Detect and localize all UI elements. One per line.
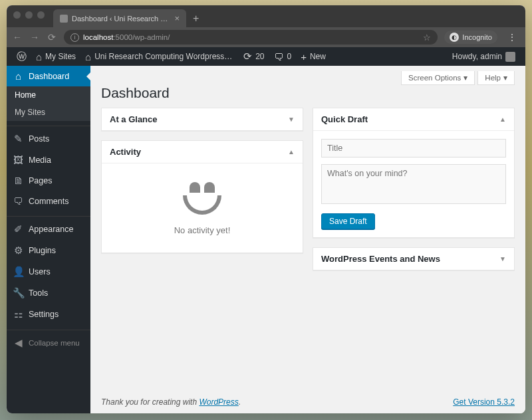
avatar-icon xyxy=(505,52,515,62)
adminbar-updates[interactable]: ⟳20 xyxy=(239,47,269,66)
menu-settings[interactable]: ⚏Settings xyxy=(7,304,90,325)
menu-label: Comments xyxy=(29,197,68,206)
url-host: localhost:5000/wp-admin/ xyxy=(83,33,170,41)
back-button[interactable]: ← xyxy=(12,32,23,43)
adminbar-my-sites[interactable]: ⌂My Sites xyxy=(31,47,80,66)
menu-plugins[interactable]: ⚙Plugins xyxy=(7,240,90,261)
tools-icon: 🔧 xyxy=(13,287,24,299)
adminbar-comments[interactable]: 🗨0 xyxy=(269,47,297,66)
widget-quick-draft: Quick Draft ▲ Save Draft xyxy=(313,108,515,238)
menu-comments[interactable]: 🗨Comments xyxy=(7,191,90,211)
submenu-my-sites[interactable]: My Sites xyxy=(7,104,90,121)
traffic-maximize[interactable] xyxy=(37,11,45,19)
close-icon[interactable]: × xyxy=(174,13,180,23)
browser-chrome: Dashboard ‹ Uni Research Comp × + ← → ⟳ … xyxy=(7,5,525,47)
widget-title: Activity xyxy=(110,147,141,157)
menu-tools[interactable]: 🔧Tools xyxy=(7,282,90,304)
draft-title-input[interactable] xyxy=(321,139,506,158)
screen-options-button[interactable]: Screen Options▾ xyxy=(401,71,475,85)
wordpress-icon: ⓦ xyxy=(17,51,27,63)
content-header: Screen Options▾ Help▾ xyxy=(90,66,525,85)
bookmark-icon[interactable]: ☆ xyxy=(423,33,431,43)
menu-label: Appearance xyxy=(29,225,73,234)
widget-column-left: At a Glance ▼ Activity ▲ xyxy=(101,108,303,253)
widget-header[interactable]: Activity ▲ xyxy=(102,141,303,163)
menu-separator xyxy=(7,327,90,330)
menu-label: Pages xyxy=(29,176,52,185)
adminbar-site-name[interactable]: ⌂Uni Research Computing Wordpress Multis… xyxy=(80,47,239,66)
traffic-lights xyxy=(13,11,45,19)
menu-users[interactable]: 👤Users xyxy=(7,261,90,282)
brush-icon: ✐ xyxy=(13,223,24,235)
browser-window: Dashboard ‹ Uni Research Comp × + ← → ⟳ … xyxy=(7,5,525,413)
menu-appearance[interactable]: ✐Appearance xyxy=(7,219,90,240)
comment-icon: 🗨 xyxy=(13,195,24,207)
widget-header[interactable]: At a Glance ▼ xyxy=(102,108,303,130)
menu-posts[interactable]: ✎Posts xyxy=(7,128,90,150)
widget-at-a-glance: At a Glance ▼ xyxy=(101,108,303,131)
adminbar-my-sites-label: My Sites xyxy=(45,52,76,61)
settings-icon: ⚏ xyxy=(13,308,24,320)
incognito-badge: ◐ Incognito xyxy=(444,31,497,44)
draft-content-textarea[interactable] xyxy=(321,164,506,204)
chevron-down-icon: ▼ xyxy=(288,116,295,123)
home-icon: ⌂ xyxy=(36,51,42,62)
menu-separator xyxy=(7,213,90,217)
wp-sidebar: ⌂Dashboard Home My Sites ✎Posts 🖾Media 🗎… xyxy=(7,66,90,413)
incognito-icon: ◐ xyxy=(450,33,459,42)
submenu-dashboard: Home My Sites xyxy=(7,86,90,121)
get-version-link[interactable]: Get Version 5.3.2 xyxy=(453,397,515,407)
menu-pages[interactable]: 🗎Pages xyxy=(7,170,90,191)
widget-header[interactable]: Quick Draft ▲ xyxy=(313,108,514,131)
chevron-down-icon: ▼ xyxy=(499,255,506,262)
wp-logo-menu[interactable]: ⓦ xyxy=(12,47,31,66)
chevron-down-icon: ▾ xyxy=(464,73,467,82)
wp-container: ⓦ ⌂My Sites ⌂Uni Research Computing Word… xyxy=(7,47,525,413)
reload-button[interactable]: ⟳ xyxy=(47,32,57,43)
addressbar-row: ← → ⟳ i localhost:5000/wp-admin/ ☆ ◐ Inc… xyxy=(7,27,525,47)
media-icon: 🖾 xyxy=(13,154,24,165)
browser-tab[interactable]: Dashboard ‹ Uni Research Comp × xyxy=(53,9,186,27)
wp-footer: Thank you for creating with WordPress. G… xyxy=(90,391,525,413)
menu-dashboard[interactable]: ⌂Dashboard xyxy=(7,66,90,86)
menu-media[interactable]: 🖾Media xyxy=(7,150,90,170)
menu-label: Dashboard xyxy=(29,72,69,81)
dashboard-icon: ⌂ xyxy=(13,70,24,82)
widgets-area: At a Glance ▼ Activity ▲ xyxy=(90,101,525,281)
save-draft-button[interactable]: Save Draft xyxy=(321,213,375,229)
forward-button[interactable]: → xyxy=(29,32,40,43)
menu-label: Collapse menu xyxy=(29,339,80,347)
menu-label: Users xyxy=(29,267,51,276)
wordpress-link[interactable]: WordPress xyxy=(199,397,238,407)
widget-body: Save Draft xyxy=(313,131,514,237)
url-bar[interactable]: i localhost:5000/wp-admin/ ☆ xyxy=(64,30,438,45)
widget-column-right: Quick Draft ▲ Save Draft WordPre xyxy=(313,108,515,270)
menu-label: Plugins xyxy=(29,246,56,255)
submenu-home[interactable]: Home xyxy=(7,86,90,104)
browser-menu-button[interactable]: ⋮ xyxy=(504,32,520,43)
collapse-icon: ◀ xyxy=(13,337,24,349)
adminbar-new[interactable]: +New xyxy=(296,47,331,66)
chevron-down-icon: ▾ xyxy=(503,73,507,82)
help-button[interactable]: Help▾ xyxy=(477,71,515,85)
widget-title: Quick Draft xyxy=(321,114,368,124)
favicon-icon xyxy=(60,15,68,23)
widget-header[interactable]: WordPress Events and News ▼ xyxy=(313,248,514,270)
adminbar-comments-count: 0 xyxy=(287,52,292,61)
pin-icon: ✎ xyxy=(13,133,24,145)
smiley-icon xyxy=(110,182,295,215)
menu-collapse[interactable]: ◀Collapse menu xyxy=(7,332,90,354)
traffic-close[interactable] xyxy=(13,11,21,19)
comment-icon: 🗨 xyxy=(274,51,284,62)
plus-icon: + xyxy=(301,51,307,62)
traffic-minimize[interactable] xyxy=(25,11,33,19)
users-icon: 👤 xyxy=(13,266,24,278)
page-icon: 🗎 xyxy=(13,175,24,186)
adminbar-user[interactable]: Howdy, admin xyxy=(448,47,520,66)
site-info-icon[interactable]: i xyxy=(70,33,79,42)
new-tab-button[interactable]: + xyxy=(186,13,205,25)
adminbar-greeting: Howdy, admin xyxy=(452,52,502,61)
widget-wordpress-news: WordPress Events and News ▼ xyxy=(313,247,515,270)
wp-body: ⌂Dashboard Home My Sites ✎Posts 🖾Media 🗎… xyxy=(7,66,525,413)
widget-title: At a Glance xyxy=(110,114,158,124)
